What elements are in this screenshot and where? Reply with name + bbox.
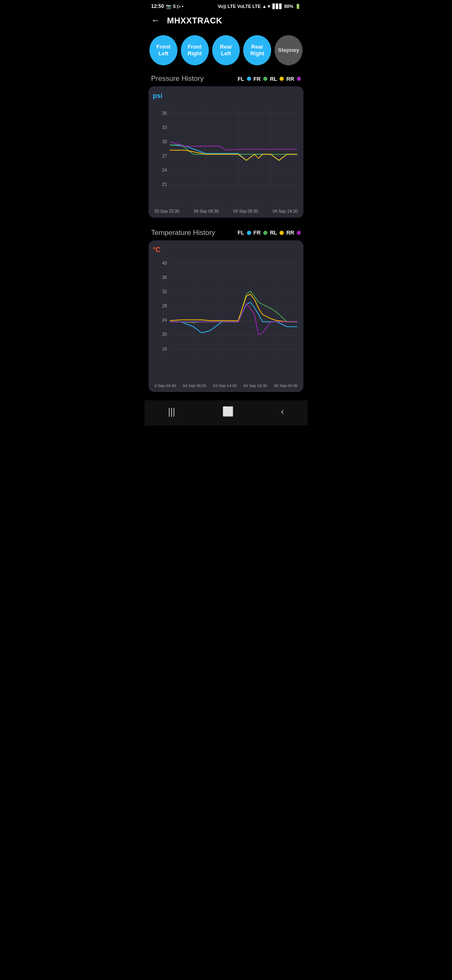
status-bar: 12:50 📷 S ▷ • Vo)) LTE VoLTE LTE ▲▼ ▋▋▋ … [144, 0, 308, 11]
legend-fr-dot [263, 77, 267, 81]
tire-buttons-container: FrontLeft FrontRight RearLeft RearRight … [144, 32, 308, 72]
nav-home-button[interactable]: ⬜ [222, 406, 234, 417]
pressure-history-title: Pressure History [151, 75, 204, 83]
temperature-legend: FL FR RL RR [238, 230, 301, 236]
temperature-chart-area: 40 36 32 28 24 20 16 4 Sep 04:30 04 Sep … [153, 255, 299, 388]
page-title: MHXXTRACK [167, 16, 222, 26]
time: 12:50 [151, 3, 164, 9]
temp-legend-rr-label: RR [286, 230, 294, 236]
temp-legend-fl-dot [247, 231, 251, 235]
temperature-chart-svg: 40 36 32 28 24 20 16 [153, 255, 299, 382]
svg-text:36: 36 [162, 275, 167, 280]
tire-btn-fl[interactable]: FrontLeft [149, 35, 177, 65]
pressure-chart-svg: 36 33 30 27 24 21 [153, 101, 299, 207]
header: ← MHXXTRACK [144, 11, 308, 32]
pressure-chart-card: psi 36 33 30 27 24 21 [149, 86, 303, 218]
pressure-history-header: Pressure History FL FR RL RR [144, 72, 308, 86]
svg-text:16: 16 [162, 346, 167, 351]
svg-text:21: 21 [162, 182, 167, 187]
svg-text:24: 24 [162, 168, 167, 173]
legend-rl-dot [280, 77, 284, 81]
nav-back-button[interactable]: ‹ [281, 406, 284, 417]
tire-btn-stepney[interactable]: Stepney [275, 35, 303, 65]
temperature-chart-card: °C 40 36 32 28 24 20 16 [149, 240, 303, 392]
temperature-history-title: Temperature History [151, 229, 215, 237]
x-label-3: 04 Sep 14:30 [272, 209, 298, 214]
temp-legend-fr-label: FR [254, 230, 261, 236]
temp-legend-fr-dot [263, 231, 267, 235]
pressure-chart-area: 36 33 30 27 24 21 03 Sep 23:30 04 Sep 04… [153, 101, 299, 214]
x-label-0: 03 Sep 23:30 [154, 209, 180, 214]
status-icons: 📷 S ▷ • [166, 4, 183, 9]
tire-btn-rl[interactable]: RearLeft [212, 35, 240, 65]
temperature-history-header: Temperature History FL FR RL RR [144, 226, 308, 240]
navigation-bar: ||| ⬜ ‹ [144, 400, 308, 426]
legend-fl-dot [247, 77, 251, 81]
legend-fl-label: FL [238, 76, 244, 82]
temp-x-label-2: 04 Sep 14:30 [213, 383, 237, 388]
signal-info: Vo)) LTE VoLTE LTE ▲▼ ▋▋▋ [218, 4, 282, 9]
temp-x-label-1: 04 Sep 09:30 [182, 383, 206, 388]
status-right: Vo)) LTE VoLTE LTE ▲▼ ▋▋▋ 80% 🔋 [218, 4, 301, 9]
legend-rr-dot [297, 77, 301, 81]
battery-icon: 🔋 [295, 4, 301, 9]
legend-rr-label: RR [286, 76, 294, 82]
svg-text:40: 40 [162, 260, 167, 266]
status-left: 12:50 📷 S ▷ • [151, 3, 183, 9]
legend-rl-label: RL [270, 76, 277, 82]
legend-fr-label: FR [254, 76, 261, 82]
svg-text:32: 32 [162, 289, 167, 294]
temperature-x-labels: 4 Sep 04:30 04 Sep 09:30 04 Sep 14:30 04… [153, 382, 299, 388]
svg-text:27: 27 [162, 153, 167, 158]
pressure-legend: FL FR RL RR [238, 76, 301, 82]
back-button[interactable]: ← [151, 15, 160, 26]
svg-text:36: 36 [162, 111, 167, 116]
temperature-unit: °C [153, 246, 299, 254]
nav-menu-button[interactable]: ||| [168, 406, 175, 417]
tire-btn-fr[interactable]: FrontRight [181, 35, 209, 65]
temp-x-label-0: 4 Sep 04:30 [154, 383, 176, 388]
pressure-unit: psi [153, 92, 299, 100]
temp-x-label-4: 05 Sep 00:30 [274, 383, 298, 388]
temp-x-label-3: 04 Sep 19:30 [244, 383, 267, 388]
svg-text:33: 33 [162, 125, 167, 130]
svg-text:24: 24 [162, 317, 167, 322]
tire-btn-rr[interactable]: RearRight [243, 35, 271, 65]
temp-legend-rl-dot [280, 231, 284, 235]
svg-text:20: 20 [162, 332, 167, 337]
svg-text:28: 28 [162, 303, 167, 308]
x-label-1: 04 Sep 04:30 [194, 209, 219, 214]
svg-text:30: 30 [162, 139, 167, 144]
pressure-x-labels: 03 Sep 23:30 04 Sep 04:30 04 Sep 09:30 0… [153, 207, 299, 214]
battery: 80% [284, 4, 293, 9]
x-label-2: 04 Sep 09:30 [233, 209, 258, 214]
temp-legend-rl-label: RL [270, 230, 277, 236]
temp-legend-rr-dot [297, 231, 301, 235]
temp-legend-fl-label: FL [238, 230, 244, 236]
